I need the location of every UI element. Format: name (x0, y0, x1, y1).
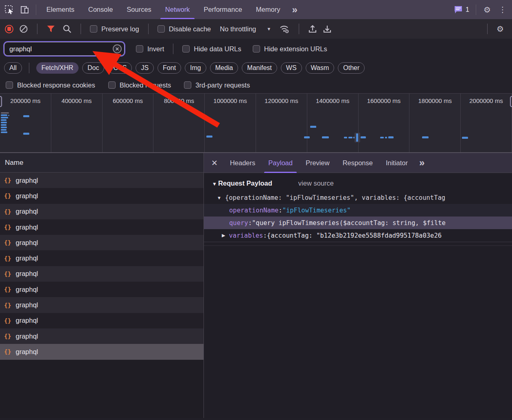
table-row[interactable]: {}graphql (0, 297, 203, 313)
filter-row: ✕ Invert Hide data URLs Hide extension U… (0, 39, 512, 59)
chip-ws[interactable]: WS (281, 62, 302, 74)
timeline-left-handle[interactable] (0, 96, 2, 107)
hide-extension-urls-checkbox[interactable]: Hide extension URLs (253, 45, 327, 53)
tab-network[interactable]: Network (158, 0, 197, 19)
filter-input[interactable] (4, 42, 125, 56)
network-conditions-icon[interactable] (279, 24, 290, 33)
device-toolbar-icon[interactable] (17, 0, 33, 19)
tab-memory[interactable]: Memory (249, 0, 287, 19)
timeline-right-handle[interactable] (510, 96, 512, 107)
waterfall-bar (1, 127, 7, 128)
chip-img[interactable]: Img (185, 62, 206, 74)
payload-row-operationName[interactable]: operationName: "ipFlowTimeseries" (204, 204, 512, 217)
more-detail-tabs-icon[interactable]: » (414, 157, 429, 168)
triangle-right-icon[interactable]: ▶ (222, 233, 225, 238)
table-row[interactable]: {}graphql (0, 344, 203, 359)
tab-initiator[interactable]: Initiator (379, 153, 414, 173)
settings-gear-icon[interactable]: ⚙ (479, 0, 495, 19)
payload-summary-row[interactable]: ▼ {operationName: "ipFlowTimeseries", va… (204, 191, 512, 204)
table-row[interactable]: {}graphql (0, 173, 203, 188)
chip-wasm[interactable]: Wasm (306, 62, 335, 74)
blocked-requests-checkbox[interactable]: Blocked requests (108, 81, 171, 89)
request-name: graphql (15, 254, 38, 262)
name-column-header[interactable]: Name (0, 153, 203, 173)
resource-type-chips: AllFetch/XHRDocCSSJSFontImgMediaManifest… (0, 59, 512, 77)
waterfall-bar (380, 137, 384, 138)
chip-doc[interactable]: Doc (82, 62, 104, 74)
table-row[interactable]: {}graphql (0, 204, 203, 219)
network-settings-gear-icon[interactable]: ⚙ (497, 24, 507, 34)
inspect-element-icon[interactable] (2, 0, 17, 19)
chip-fetch-xhr[interactable]: Fetch/XHR (36, 62, 79, 74)
clear-filter-icon[interactable]: ✕ (113, 44, 122, 53)
request-name: graphql (15, 208, 38, 215)
table-row[interactable]: {}graphql (0, 250, 203, 266)
chip-font[interactable]: Font (158, 62, 181, 74)
invert-checkbox[interactable]: Invert (136, 45, 164, 53)
tab-performance[interactable]: Performance (197, 0, 249, 19)
record-button[interactable] (5, 25, 13, 33)
checkbox-box (253, 45, 260, 52)
main-tabs: ElementsConsoleSourcesNetworkPerformance… (39, 0, 287, 19)
table-row[interactable]: {}graphql (0, 282, 203, 297)
divider (476, 4, 476, 15)
clear-button[interactable] (19, 24, 28, 33)
table-row[interactable]: {}graphql (0, 328, 203, 344)
chip-manifest[interactable]: Manifest (242, 62, 277, 74)
checkbox-box (182, 45, 190, 52)
payload-row-query[interactable]: query: "query ipFlowTimeseries($accountT… (204, 217, 512, 229)
tab-headers[interactable]: Headers (223, 153, 262, 173)
table-row[interactable]: {}graphql (0, 188, 203, 203)
payload-row-variables[interactable]: ▶variables: {accountTag: "b12e3b2192ee55… (204, 229, 512, 242)
tab-elements[interactable]: Elements (39, 0, 81, 19)
chip-css[interactable]: CSS (108, 62, 132, 74)
hide-data-urls-checkbox[interactable]: Hide data URLs (182, 45, 241, 53)
checkbox-box (158, 25, 165, 33)
tab-preview[interactable]: Preview (299, 153, 336, 173)
kebab-menu-icon[interactable]: ⋮ (495, 0, 510, 19)
json-badge-icon: {} (4, 271, 11, 277)
throttling-select[interactable]: No throttling ▼ (220, 25, 271, 33)
disable-cache-checkbox[interactable]: Disable cache (158, 25, 211, 33)
filter-funnel-icon[interactable] (46, 25, 55, 33)
triangle-down-icon[interactable]: ▼ (212, 181, 217, 187)
tab-sources[interactable]: Sources (120, 0, 158, 19)
tab-payload[interactable]: Payload (262, 153, 299, 173)
waterfall-bar (23, 115, 29, 117)
table-row[interactable]: {}graphql (0, 235, 203, 250)
more-tabs-icon[interactable]: » (287, 4, 302, 15)
import-har-icon[interactable] (308, 24, 317, 33)
issues-counter[interactable]: 1 (451, 6, 473, 14)
chip-all[interactable]: All (4, 62, 22, 74)
devtools-tabbar: ElementsConsoleSourcesNetworkPerformance… (0, 0, 512, 19)
chip-js[interactable]: JS (136, 62, 154, 74)
details-tabs: HeadersPayloadPreviewResponseInitiator (223, 153, 414, 173)
issues-bubble-icon (454, 6, 463, 14)
3rd-party-requests-checkbox[interactable]: 3rd-party requests (184, 81, 250, 89)
waterfall-overview[interactable]: 200000 ms400000 ms600000 ms800000 ms1000… (0, 93, 512, 153)
chip-other[interactable]: Other (338, 62, 365, 74)
table-row[interactable]: {}graphql (0, 313, 203, 328)
invert-label: Invert (147, 45, 164, 53)
close-icon[interactable]: ✕ (208, 158, 223, 168)
chip-media[interactable]: Media (210, 62, 238, 74)
request-list-panel: Name {}graphql{}graphql{}graphql{}graphq… (0, 153, 204, 418)
divider (36, 4, 36, 15)
tab-console[interactable]: Console (81, 0, 120, 19)
export-har-icon[interactable] (323, 24, 332, 33)
table-row[interactable]: {}graphql (0, 219, 203, 235)
blocked-response-cookies-checkbox[interactable]: Blocked response cookies (6, 81, 95, 89)
search-icon[interactable] (63, 24, 72, 33)
preserve-log-checkbox[interactable]: Preserve log (90, 25, 139, 33)
timeline-tick: 1400000 ms (307, 94, 359, 152)
chevron-down-icon: ▼ (267, 26, 271, 31)
request-details-panel: ✕ HeadersPayloadPreviewResponseInitiator… (204, 153, 512, 418)
view-source-link[interactable]: view source (298, 179, 334, 187)
divider (204, 242, 512, 246)
tab-response[interactable]: Response (336, 153, 379, 173)
waterfall-bar (348, 137, 352, 138)
json-badge-icon: {} (4, 239, 11, 246)
table-row[interactable]: {}graphql (0, 266, 203, 282)
payload-key: operationName (229, 207, 278, 214)
triangle-down-icon[interactable]: ▼ (217, 195, 221, 200)
